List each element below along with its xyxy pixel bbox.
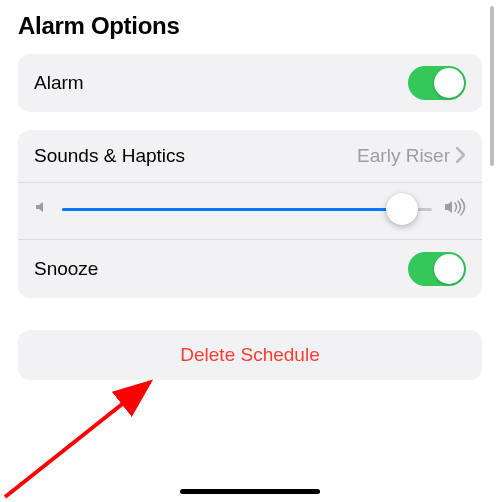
sounds-row[interactable]: Sounds & Haptics Early Riser: [18, 130, 482, 182]
svg-line-1: [5, 382, 150, 497]
toggle-thumb: [434, 68, 464, 98]
delete-schedule-label: Delete Schedule: [34, 344, 466, 366]
volume-slider-row: [18, 182, 482, 240]
section-title: Alarm Options: [18, 12, 482, 40]
sounds-snooze-card: Sounds & Haptics Early Riser Snooze: [18, 130, 482, 298]
sounds-value-group: Early Riser: [357, 143, 466, 169]
home-indicator[interactable]: [180, 489, 320, 494]
delete-schedule-button[interactable]: Delete Schedule: [18, 330, 482, 380]
toggle-thumb: [434, 254, 464, 284]
slider-fill: [62, 208, 402, 211]
alarm-toggle[interactable]: [408, 66, 466, 100]
volume-slider[interactable]: [62, 193, 432, 225]
volume-high-icon: [444, 198, 466, 220]
alarm-label: Alarm: [34, 72, 84, 94]
snooze-row: Snooze: [18, 240, 482, 298]
slider-thumb: [386, 193, 418, 225]
snooze-label: Snooze: [34, 258, 98, 280]
alarm-card: Alarm: [18, 54, 482, 112]
snooze-toggle[interactable]: [408, 252, 466, 286]
volume-low-icon: [34, 199, 50, 219]
alarm-row: Alarm: [18, 54, 482, 112]
scrollbar[interactable]: [490, 6, 494, 166]
sounds-value: Early Riser: [357, 145, 450, 167]
sounds-label: Sounds & Haptics: [34, 145, 185, 167]
chevron-right-icon: [456, 143, 466, 169]
